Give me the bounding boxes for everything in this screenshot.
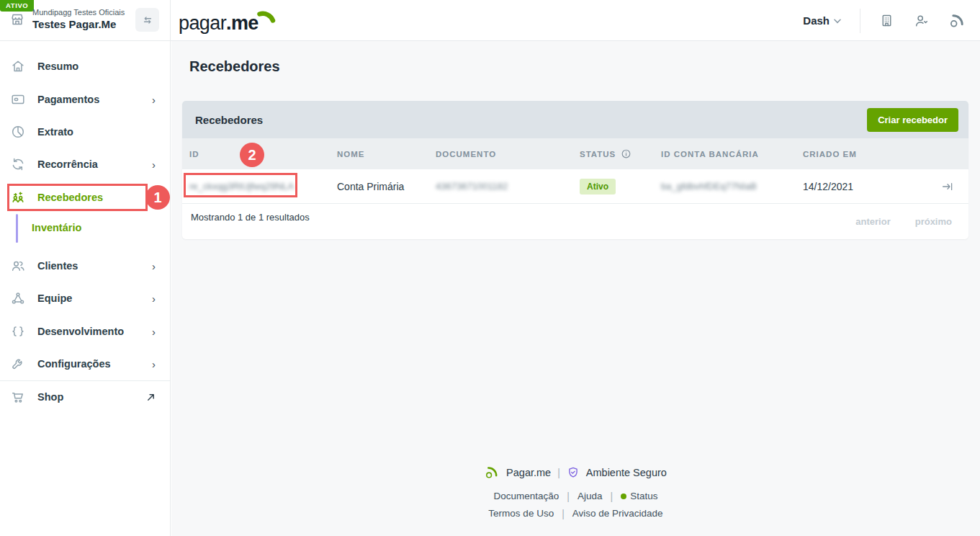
secure-environment-label: Ambiente Seguro [586,467,667,478]
sidebar-item-label: Inventário [32,222,81,233]
separator: | [557,467,560,478]
secure-shield-icon [567,466,580,479]
sidebar-item-equipe[interactable]: Equipe › [0,287,170,309]
column-id-conta-bancaria: ID CONTA BANCÁRIA [661,150,803,158]
sidebar-item-resumo[interactable]: Resumo [0,55,170,77]
main-content: Recebedores Recebedores Criar recebedor … [171,41,980,536]
merchant-info: Mundipagg Testes Oficiais Testes Pagar.M… [32,8,125,32]
sidebar-item-label: Equipe [37,292,72,304]
separator: | [567,491,570,502]
separator: | [562,508,565,519]
chevron-down-icon [834,19,841,24]
open-details-icon[interactable] [941,181,958,192]
pagarme-logo-text: pagar.me [179,12,259,35]
sidebar-item-pagamentos[interactable]: Pagamentos › [0,89,170,110]
divider [860,9,860,33]
pagarme-swoosh-icon [257,9,276,26]
sidebar-item-label: Desenvolvimento [37,326,124,337]
sidebar-item-label: Clientes [37,260,78,272]
sidebar-item-configuracoes[interactable]: Configurações › [0,353,170,375]
footer-brand-row: Pagar.me | Ambiente Seguro [171,465,980,483]
sidebar-item-label: Configurações [37,358,111,370]
panel-header: Recebedores Criar recebedor [182,101,968,138]
terms-link[interactable]: Termos de Uso [488,508,554,519]
external-link-icon [146,393,156,402]
separator: | [611,491,613,502]
pagarme-symbol-icon [485,465,500,480]
page-title: Recebedores [189,58,280,75]
sidebar-item-label: Extrato [37,126,73,138]
pagination: anterior próximo [855,216,952,227]
pagarme-logo[interactable]: pagar.me [179,7,277,35]
cart-icon [10,389,26,405]
top-bar-actions: Dash [803,0,966,41]
pagarme-symbol-icon[interactable] [949,12,966,29]
card-icon [10,91,26,107]
sidebar-item-recorrencia[interactable]: Recorrência › [0,153,170,175]
refresh-icon [10,156,26,172]
created-at: 14/12/2021 [803,181,941,192]
next-page-link[interactable]: próximo [915,216,952,227]
team-network-icon [10,290,26,306]
footer-links-row-2: Termos de Uso | Aviso de Privacidade [171,506,980,519]
help-link[interactable]: Ajuda [577,491,603,501]
customers-icon [10,258,26,274]
sidebar-item-clientes[interactable]: Clientes › [0,255,170,277]
info-icon[interactable] [621,148,631,159]
sidebar-item-recebedores[interactable]: Recebedores [0,187,170,208]
column-status: STATUS [580,148,661,159]
sidebar-item-label: Pagamentos [37,94,99,105]
column-documento: DOCUMENTO [436,150,580,158]
status-dot-icon [621,493,626,499]
switch-account-button[interactable] [135,8,159,32]
account-name: Testes Pagar.Me [32,18,125,32]
dash-dropdown[interactable]: Dash [803,14,841,27]
top-bar: ATIVO Mundipagg Testes Oficiais Testes P… [0,0,980,41]
footer-links-row-1: Documentação | Ajuda | Status [171,489,980,502]
table-header-row: ID NOME DOCUMENTO STATUS ID CONTA BANCÁR… [182,138,968,169]
column-nome: NOME [337,150,436,158]
previous-page-link[interactable]: anterior [855,216,890,227]
create-receiver-button[interactable]: Criar recebedor [867,108,958,132]
receivers-icon [10,189,26,205]
sidebar-item-label: Shop [37,391,63,403]
swap-icon [141,14,154,27]
sidebar-item-inventario[interactable]: Inventário [0,217,170,238]
status-badge: ATIVO [0,0,34,12]
column-status-label: STATUS [580,150,616,158]
company-icon[interactable] [879,13,894,28]
user-menu-icon[interactable] [913,13,930,29]
receiver-id-redacted: re_ckxqg3RtUjfwq29NLA [189,181,337,192]
privacy-link[interactable]: Aviso de Privacidade [572,508,663,519]
column-id: ID [189,150,337,158]
status-link[interactable]: Status [630,491,657,501]
status-badge-ativo: Ativo [580,179,616,195]
documentation-link[interactable]: Documentação [494,491,559,501]
code-braces-icon [10,323,26,339]
bank-account-id-redacted: ba_gfdbvhfDEq77NIaB [661,181,803,192]
sidebar-item-label: Recebedores [37,192,103,203]
table-row[interactable]: re_ckxqg3RtUjfwq29NLA Conta Primária 436… [182,169,968,204]
chevron-right-icon: › [152,326,156,338]
chevron-right-icon: › [152,260,156,272]
sidebar-item-extrato[interactable]: Extrato [0,121,170,143]
chevron-right-icon: › [152,158,156,171]
org-name: Mundipagg Testes Oficiais [32,8,125,18]
receivers-panel: Recebedores Criar recebedor ID NOME DOCU… [182,101,968,239]
footer-brand[interactable]: Pagar.me [506,467,551,478]
sidebar-item-shop[interactable]: Shop [0,386,170,408]
sidebar-divider [0,380,170,381]
pie-chart-icon [10,124,26,140]
sidebar-item-label: Resumo [37,61,78,72]
chevron-right-icon: › [152,94,156,106]
chevron-right-icon: › [152,292,156,305]
column-criado-em: CRIADO EM [803,150,941,158]
store-icon [9,12,25,27]
receiver-document-redacted: 43673671001182 [436,181,580,192]
sidebar-item-label: Recorrência [37,158,98,170]
home-icon [10,58,26,74]
sidebar-item-desenvolvimento[interactable]: Desenvolvimento › [0,321,170,342]
sidebar: Resumo Pagamentos › Extrato Recorrência … [0,41,171,536]
wrench-icon [10,356,26,372]
workspace-switcher: ATIVO Mundipagg Testes Oficiais Testes P… [0,0,171,41]
